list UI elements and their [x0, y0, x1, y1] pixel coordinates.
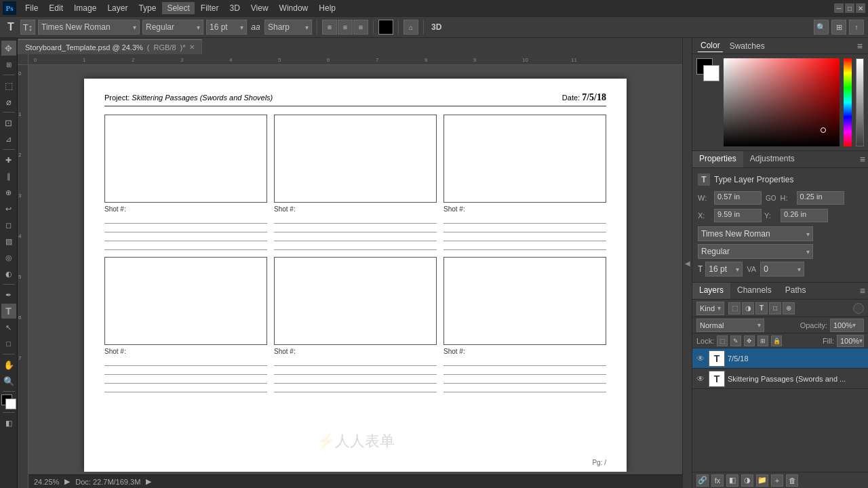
menu-window[interactable]: Window: [275, 2, 313, 14]
props-size-input[interactable]: 16 pt ▾: [705, 262, 743, 277]
layer-mask-button[interactable]: ◧: [726, 474, 738, 487]
height-input[interactable]: 0.25 in: [797, 191, 844, 205]
swatches-tab[interactable]: Swatches: [727, 40, 768, 52]
minimize-button[interactable]: ─: [834, 3, 844, 13]
quick-mask-button[interactable]: ◧: [1, 415, 16, 430]
warp-text-button[interactable]: ⌂: [403, 20, 418, 35]
props-font-style[interactable]: Regular ▾: [698, 244, 813, 259]
hue-slider[interactable]: [844, 58, 852, 146]
background-color[interactable]: [703, 65, 719, 81]
lasso-tool[interactable]: ⌀: [1, 94, 16, 109]
lock-transparent-icon[interactable]: ⬚: [717, 336, 728, 346]
align-left-button[interactable]: ≡: [322, 20, 337, 35]
menu-image[interactable]: Image: [69, 2, 101, 14]
layer-filter-kind[interactable]: Kind ▾: [696, 302, 724, 315]
properties-tab[interactable]: Properties: [692, 151, 743, 167]
text-orientation-button[interactable]: T↕: [20, 20, 35, 35]
eraser-tool[interactable]: ◻: [1, 218, 16, 232]
filter-type-icon[interactable]: T: [755, 302, 768, 314]
pen-tool[interactable]: ✒: [1, 287, 16, 302]
shape-tool[interactable]: □: [1, 336, 16, 351]
canvas-viewport[interactable]: Project: Skittering Passages (Swords and…: [28, 65, 682, 472]
adjustments-tab[interactable]: Adjustments: [743, 151, 802, 167]
hand-tool[interactable]: ✋: [1, 357, 16, 372]
color-tab[interactable]: Color: [698, 39, 723, 52]
opacity-slider[interactable]: [856, 58, 864, 146]
fg-bg-colors[interactable]: [696, 58, 719, 81]
paths-tab[interactable]: Paths: [778, 283, 813, 299]
blur-tool[interactable]: ◎: [1, 250, 16, 265]
filter-adjustment-icon[interactable]: ◑: [742, 302, 754, 314]
move-tool[interactable]: ✥: [1, 41, 16, 56]
align-right-button[interactable]: ≡: [353, 20, 368, 35]
share-button[interactable]: ↑: [849, 20, 864, 35]
link-layers-button[interactable]: 🔗: [696, 474, 709, 487]
color-picker-gradient[interactable]: [724, 58, 840, 146]
lock-all-icon[interactable]: 🔒: [771, 336, 782, 346]
filter-smart-icon[interactable]: ⊕: [783, 302, 795, 314]
delete-layer-button[interactable]: 🗑: [786, 474, 798, 487]
layer-visibility-1[interactable]: 👁: [696, 374, 706, 384]
lock-artboard-icon[interactable]: ⊞: [757, 336, 768, 346]
search-button[interactable]: 🔍: [814, 20, 829, 35]
workspace-button[interactable]: ⊞: [831, 20, 846, 35]
menu-3d[interactable]: 3D: [224, 2, 244, 14]
channels-tab[interactable]: Channels: [730, 283, 778, 299]
doc-size-arrow[interactable]: ▶: [146, 477, 151, 486]
layer-item-0[interactable]: 👁 T 7/5/18: [692, 348, 868, 369]
menu-layer[interactable]: Layer: [102, 2, 132, 14]
maximize-button[interactable]: □: [845, 3, 854, 13]
width-input[interactable]: 0.57 in: [714, 191, 762, 205]
lock-image-icon[interactable]: ✎: [730, 336, 741, 346]
status-arrow[interactable]: ▶: [64, 477, 70, 486]
anti-alias-select[interactable]: Sharp ▾: [264, 20, 312, 35]
filter-pixel-icon[interactable]: ⬚: [728, 302, 741, 314]
menu-edit[interactable]: Edit: [44, 2, 68, 14]
layer-style-button[interactable]: fx: [711, 474, 724, 487]
document-tab[interactable]: Storyboard_Template.psd @ 24.3% ( RGB/8 …: [18, 39, 202, 54]
layers-tab[interactable]: Layers: [692, 283, 730, 299]
brush-tool[interactable]: ∥: [1, 169, 16, 184]
menu-type[interactable]: Type: [134, 2, 161, 14]
text-tool[interactable]: T: [1, 304, 16, 319]
filter-shape-icon[interactable]: □: [769, 302, 781, 314]
panel-collapse-button[interactable]: ◀: [682, 38, 692, 488]
dodge-tool[interactable]: ◐: [1, 266, 16, 281]
artboard-tool[interactable]: ⊞: [1, 57, 16, 72]
close-button[interactable]: ✕: [856, 3, 865, 13]
3d-options-button[interactable]: 3D: [429, 22, 444, 32]
layer-visibility-0[interactable]: 👁: [696, 354, 706, 363]
fill-value[interactable]: 100% ▾: [837, 335, 864, 347]
color-panel-menu[interactable]: ≡: [857, 41, 863, 52]
new-group-button[interactable]: 📁: [756, 474, 768, 487]
layer-item-1[interactable]: 👁 T Skittering Passages (Swords and ...: [692, 369, 868, 389]
eyedropper-tool[interactable]: ⊿: [1, 131, 16, 146]
menu-select[interactable]: Select: [162, 2, 194, 14]
path-select-tool[interactable]: ↖: [1, 320, 16, 335]
blend-mode-select[interactable]: Normal ▾: [696, 319, 764, 332]
zoom-tool[interactable]: 🔍: [1, 373, 16, 388]
menu-view[interactable]: View: [246, 2, 273, 14]
font-family-select[interactable]: Times New Roman ▾: [38, 20, 140, 35]
crop-tool[interactable]: ⊡: [1, 115, 16, 130]
marquee-tool[interactable]: ⬚: [1, 78, 16, 93]
foreground-background-colors[interactable]: [1, 394, 16, 409]
clone-tool[interactable]: ⊕: [1, 185, 16, 200]
opacity-value[interactable]: 100% ▾: [830, 319, 864, 332]
new-adjustment-button[interactable]: ◑: [741, 474, 753, 487]
props-tracking-input[interactable]: 0 ▾: [760, 262, 804, 277]
gradient-tool[interactable]: ▨: [1, 234, 16, 249]
history-brush[interactable]: ↩: [1, 201, 16, 216]
tab-close-button[interactable]: ✕: [189, 43, 195, 51]
text-color-swatch[interactable]: [378, 20, 393, 35]
x-input[interactable]: 9.59 in: [714, 209, 762, 222]
menu-file[interactable]: File: [20, 2, 43, 14]
align-center-button[interactable]: ≡: [338, 20, 353, 35]
filter-toggle[interactable]: [853, 303, 864, 314]
y-input[interactable]: 0.26 in: [781, 209, 828, 222]
font-size-select[interactable]: 16 pt ▾: [206, 20, 247, 35]
props-font-family[interactable]: Times New Roman ▾: [698, 226, 813, 241]
menu-help[interactable]: Help: [314, 2, 340, 14]
props-panel-menu[interactable]: ≡: [857, 151, 868, 167]
font-style-select[interactable]: Regular ▾: [142, 20, 203, 35]
